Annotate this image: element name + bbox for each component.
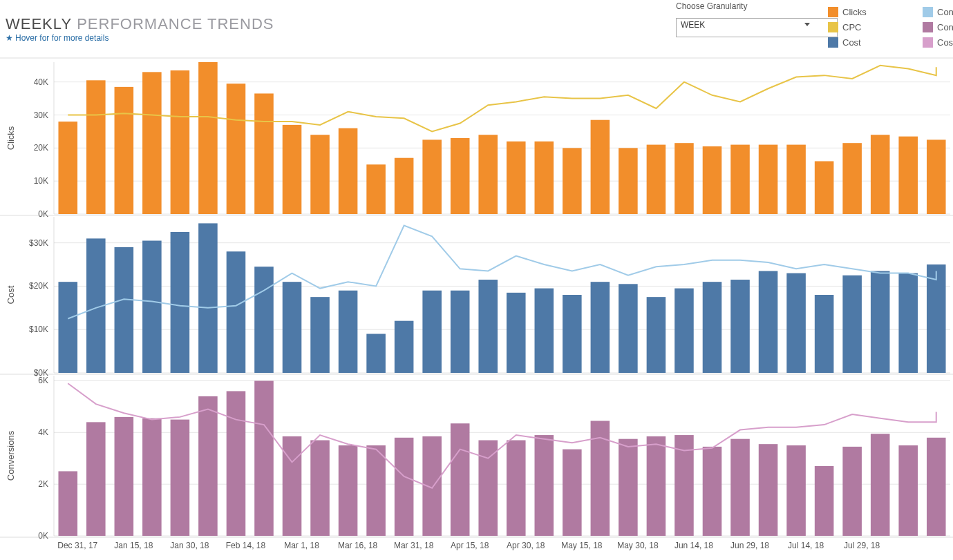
legend-item[interactable]: Conv — [923, 19, 953, 35]
bar[interactable] — [815, 161, 834, 214]
bar[interactable] — [786, 145, 806, 214]
bar[interactable] — [507, 142, 526, 214]
bar[interactable] — [619, 284, 638, 373]
bar[interactable] — [198, 223, 218, 373]
bar[interactable] — [422, 139, 442, 214]
bar[interactable] — [842, 447, 862, 536]
overlay-line[interactable] — [68, 66, 936, 132]
bar[interactable] — [478, 280, 498, 373]
bar[interactable] — [730, 439, 750, 536]
bar[interactable] — [366, 164, 386, 214]
legend-item[interactable]: Cost — [923, 35, 953, 50]
bar[interactable] — [507, 441, 526, 536]
bar[interactable] — [115, 87, 134, 214]
bar[interactable] — [366, 445, 386, 536]
legend-item[interactable]: Clicks — [828, 4, 867, 19]
bar[interactable] — [703, 282, 722, 373]
overlay-line[interactable] — [68, 383, 936, 488]
bar[interactable] — [171, 420, 190, 536]
bar[interactable] — [58, 122, 77, 214]
bar[interactable] — [927, 139, 946, 214]
bar[interactable] — [786, 273, 806, 373]
bar[interactable] — [254, 380, 274, 536]
bar[interactable] — [703, 146, 722, 214]
bar[interactable] — [563, 450, 582, 536]
performance-chart[interactable]: Clicks0K10K20K30K40KCost$0K$10K$20K$30KC… — [0, 57, 953, 557]
bar[interactable] — [647, 297, 666, 373]
bar[interactable] — [898, 445, 918, 536]
bar[interactable] — [171, 232, 190, 373]
bar[interactable] — [619, 148, 638, 214]
bar[interactable] — [339, 128, 358, 214]
bar[interactable] — [283, 282, 302, 373]
bar[interactable] — [927, 438, 946, 536]
bar[interactable] — [647, 436, 666, 536]
bar[interactable] — [422, 291, 442, 373]
bar[interactable] — [647, 145, 666, 214]
bar[interactable] — [227, 391, 246, 536]
bar[interactable] — [759, 271, 778, 373]
bar[interactable] — [759, 444, 778, 536]
bar[interactable] — [674, 143, 694, 214]
bar[interactable] — [591, 282, 610, 373]
bar[interactable] — [254, 267, 274, 373]
bar[interactable] — [58, 282, 77, 373]
bar[interactable] — [310, 441, 330, 536]
bar[interactable] — [591, 120, 610, 214]
bar[interactable] — [422, 436, 442, 536]
bar[interactable] — [366, 334, 386, 374]
bar[interactable] — [227, 84, 246, 214]
bar[interactable] — [86, 422, 106, 536]
bar[interactable] — [86, 80, 106, 214]
bar[interactable] — [815, 466, 834, 536]
bar[interactable] — [619, 439, 638, 536]
legend-item[interactable]: Conv — [923, 4, 953, 19]
bar[interactable] — [759, 145, 778, 214]
bar[interactable] — [507, 293, 526, 373]
bar[interactable] — [283, 125, 302, 214]
bar[interactable] — [254, 93, 274, 214]
bar[interactable] — [310, 297, 330, 373]
bar[interactable] — [730, 145, 750, 214]
legend-item[interactable]: Cost — [828, 35, 867, 50]
bar[interactable] — [142, 72, 162, 214]
bar[interactable] — [395, 438, 414, 536]
bar[interactable] — [842, 143, 862, 214]
bar[interactable] — [339, 445, 358, 536]
bar[interactable] — [142, 418, 162, 536]
bar[interactable] — [478, 441, 498, 536]
bar[interactable] — [730, 280, 750, 373]
bar[interactable] — [871, 434, 890, 536]
bar[interactable] — [815, 295, 834, 373]
bar[interactable] — [451, 423, 470, 536]
bar[interactable] — [898, 273, 918, 373]
bar[interactable] — [142, 241, 162, 373]
bar[interactable] — [395, 158, 414, 214]
bar[interactable] — [451, 138, 470, 214]
bar[interactable] — [283, 436, 302, 536]
bar[interactable] — [898, 137, 918, 214]
bar[interactable] — [227, 251, 246, 373]
bar[interactable] — [171, 70, 190, 214]
bar[interactable] — [395, 321, 414, 373]
bar[interactable] — [115, 247, 134, 373]
bar[interactable] — [115, 417, 134, 536]
bar[interactable] — [871, 271, 890, 373]
bar[interactable] — [339, 291, 358, 373]
bar[interactable] — [478, 135, 498, 214]
bar[interactable] — [451, 291, 470, 373]
bar[interactable] — [58, 471, 77, 536]
bar[interactable] — [674, 289, 694, 373]
legend-item[interactable]: CPC — [828, 19, 867, 35]
bar[interactable] — [198, 62, 218, 214]
bar[interactable] — [927, 264, 946, 373]
bar[interactable] — [871, 135, 890, 214]
bar[interactable] — [535, 289, 554, 373]
bar[interactable] — [703, 447, 722, 536]
bar[interactable] — [310, 135, 330, 214]
bar[interactable] — [198, 396, 218, 536]
bar[interactable] — [563, 148, 582, 214]
overlay-line[interactable] — [68, 226, 936, 319]
bar[interactable] — [842, 276, 862, 373]
bar[interactable] — [563, 295, 582, 373]
